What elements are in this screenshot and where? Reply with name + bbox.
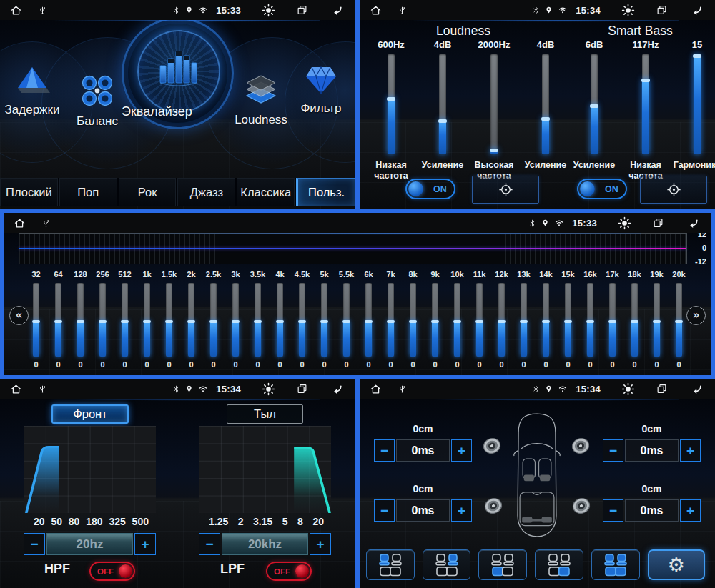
preset-tab[interactable]: Поп (59, 178, 117, 206)
band-slider-track[interactable] (55, 283, 61, 357)
minus-button[interactable]: − (603, 499, 623, 522)
back-icon[interactable] (330, 4, 344, 16)
band-slider-track[interactable] (210, 283, 217, 357)
page-right-button[interactable]: » (686, 306, 706, 325)
tab-front[interactable]: Фронт (51, 404, 129, 424)
band-slider-track[interactable] (521, 283, 527, 357)
vertical-slider[interactable]: 117Hz Низкая частота (620, 39, 671, 181)
plus-button[interactable]: + (680, 439, 701, 462)
plus-button[interactable]: + (134, 533, 156, 555)
seat-config-button[interactable] (535, 549, 583, 580)
tab-rear[interactable]: Тыл (227, 404, 303, 424)
band-slider-track[interactable] (609, 283, 616, 357)
band-slider-track[interactable] (144, 283, 150, 357)
band-slider-track[interactable] (321, 283, 327, 357)
back-icon[interactable] (686, 217, 700, 229)
band-slider-track[interactable] (122, 283, 128, 357)
slider-track[interactable] (694, 54, 701, 154)
slider-track[interactable] (388, 54, 395, 154)
eq-band[interactable]: 18k 0 (623, 270, 646, 370)
plus-button[interactable]: + (680, 499, 701, 522)
eq-band[interactable]: 4.5k 0 (291, 270, 313, 370)
eq-band[interactable]: 8k 0 (402, 270, 424, 370)
smart-bass-reset-button[interactable] (640, 176, 707, 204)
band-slider-track[interactable] (77, 283, 84, 357)
menu-item-delays[interactable]: Задержки (2, 64, 62, 117)
back-icon[interactable] (690, 383, 704, 394)
eq-band[interactable]: 1.5k 0 (158, 270, 180, 370)
band-slider-track[interactable] (432, 283, 438, 357)
vertical-slider[interactable]: 600Hz Низкая частота (365, 39, 417, 181)
loudness-reset-button[interactable] (472, 176, 539, 204)
band-slider-track[interactable] (654, 283, 660, 357)
band-slider-track[interactable] (99, 283, 106, 357)
seat-config-button[interactable] (423, 549, 471, 580)
band-slider-track[interactable] (454, 283, 460, 357)
plus-button[interactable]: + (451, 499, 472, 522)
loudness-on-toggle[interactable]: ON (405, 179, 455, 199)
eq-band[interactable]: 6k 0 (358, 270, 380, 370)
brightness-icon[interactable] (621, 4, 635, 17)
recent-apps-icon[interactable] (652, 217, 664, 229)
brightness-icon[interactable] (621, 382, 635, 396)
eq-band[interactable]: 256 0 (92, 270, 114, 370)
recent-apps-icon[interactable] (656, 383, 668, 394)
band-slider-track[interactable] (33, 283, 39, 357)
page-left-button[interactable]: « (9, 306, 29, 325)
eq-band[interactable]: 3.5k 0 (247, 270, 269, 370)
hpf-off-toggle[interactable]: OFF (89, 562, 135, 581)
preset-tab[interactable]: Польз. (296, 178, 355, 206)
band-slider-track[interactable] (543, 283, 549, 357)
menu-item-filter[interactable]: Фильтр (292, 64, 350, 116)
menu-item-balance[interactable]: Баланс (66, 73, 129, 129)
recent-apps-icon[interactable] (656, 4, 668, 16)
back-icon[interactable] (330, 383, 344, 394)
eq-band[interactable]: 20k 0 (668, 270, 690, 370)
eq-band[interactable]: 13k 0 (513, 270, 535, 370)
home-icon[interactable] (10, 4, 22, 16)
seat-config-button[interactable] (591, 549, 640, 580)
band-slider-track[interactable] (188, 283, 194, 357)
eq-band[interactable]: 128 0 (69, 270, 92, 370)
band-slider-track[interactable] (365, 283, 372, 357)
band-slider-track[interactable] (343, 283, 350, 357)
brightness-icon[interactable] (262, 382, 275, 396)
minus-button[interactable]: − (374, 499, 395, 522)
band-slider-track[interactable] (166, 283, 172, 357)
eq-band[interactable]: 7k 0 (380, 270, 402, 370)
band-slider-track[interactable] (498, 283, 505, 357)
eq-band[interactable]: 16k 0 (579, 270, 601, 370)
preset-tab[interactable]: Классика (237, 178, 295, 206)
eq-band[interactable]: 3k 0 (225, 270, 247, 370)
minus-button[interactable]: − (374, 439, 395, 462)
eq-band[interactable]: 64 0 (47, 270, 69, 370)
band-slider-track[interactable] (410, 283, 416, 357)
back-icon[interactable] (690, 4, 704, 16)
menu-item-equalizer[interactable]: Эквалайзер (122, 17, 234, 129)
plus-button[interactable]: + (310, 533, 331, 555)
minus-button[interactable]: − (199, 533, 220, 555)
home-icon[interactable] (10, 383, 22, 395)
lpf-off-toggle[interactable]: OFF (266, 562, 312, 581)
slider-track[interactable] (439, 54, 446, 154)
eq-band[interactable]: 4k 0 (269, 270, 291, 370)
band-slider-track[interactable] (255, 283, 261, 357)
band-slider-track[interactable] (565, 283, 571, 357)
slider-track[interactable] (591, 54, 598, 154)
home-icon[interactable] (370, 4, 382, 16)
eq-band[interactable]: 9k 0 (424, 270, 446, 370)
band-slider-track[interactable] (277, 283, 283, 357)
vertical-slider[interactable]: 6dB Усиление (568, 39, 620, 181)
preset-tab[interactable]: Джазз (177, 178, 235, 206)
eq-band[interactable]: 12k 0 (490, 270, 513, 370)
preset-tab[interactable]: Рок (119, 178, 177, 206)
eq-band[interactable]: 19k 0 (646, 270, 668, 370)
band-slider-track[interactable] (676, 283, 682, 357)
slider-track[interactable] (542, 54, 549, 154)
eq-band[interactable]: 14k 0 (535, 270, 557, 370)
seat-config-button[interactable] (366, 549, 415, 580)
eq-band[interactable]: 1k 0 (136, 270, 158, 370)
eq-band[interactable]: 2.5k 0 (202, 270, 225, 370)
vertical-slider[interactable]: 4dB Усиление (520, 39, 571, 181)
vertical-slider[interactable]: 15 Гармоника (671, 39, 715, 181)
